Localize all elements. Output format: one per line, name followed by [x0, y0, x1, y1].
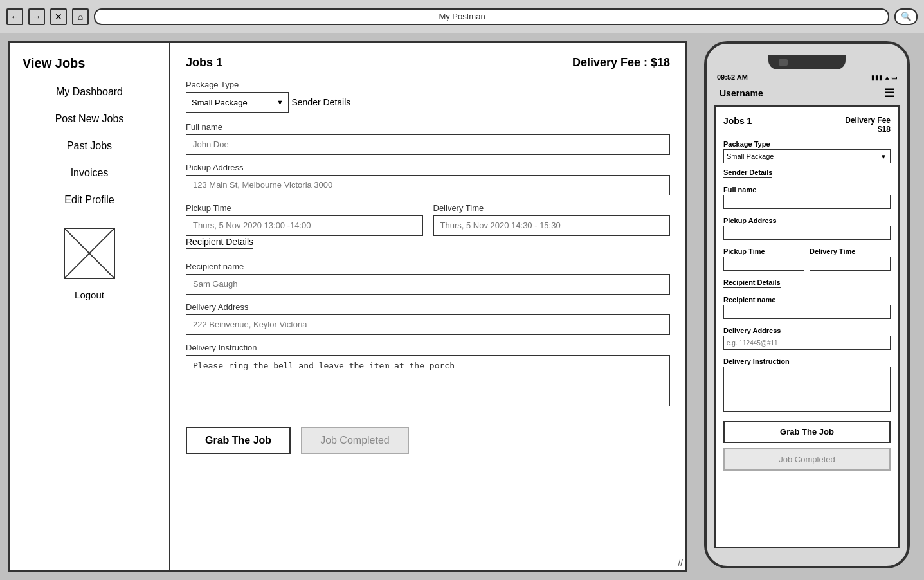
phone-package-type-label: Package Type	[723, 140, 891, 148]
phone-package-type-wrap: Small Package ▼	[723, 149, 891, 163]
avatar-placeholder-icon	[65, 229, 114, 278]
phone-full-name-input[interactable]	[723, 195, 891, 209]
phone-delivery-address-label: Delivery Address	[723, 327, 891, 334]
sidebar-nav: My Dashboard Post New Jobs Past Jobs Inv…	[16, 84, 163, 208]
phone-header: Username ☰	[714, 85, 900, 105]
phone-delivery-time-col: Delivery Time	[810, 242, 891, 273]
content-area: Jobs 1 Delivery Fee : $18 Package Type S…	[170, 43, 685, 570]
phone-time: 09:52 AM	[717, 73, 748, 81]
sidebar-item-edit-profile[interactable]: Edit Profile	[59, 192, 119, 208]
job-completed-button[interactable]: Job Completed	[301, 427, 409, 454]
phone-form-title: Jobs 1	[723, 116, 752, 126]
delivery-instruction-label: Delivery Instruction	[186, 343, 670, 352]
recipient-name-label: Recipient name	[186, 262, 670, 271]
button-row: Grab The Job Job Completed	[186, 427, 670, 460]
content-header: Jobs 1 Delivery Fee : $18	[186, 56, 670, 69]
pickup-time-input[interactable]	[186, 215, 423, 236]
signal-icon: ▮▮▮	[871, 74, 883, 81]
full-name-input[interactable]	[186, 134, 670, 155]
sender-details-label: Sender Details	[291, 97, 350, 109]
sidebar: View Jobs My Dashboard Post New Jobs Pas…	[10, 43, 170, 570]
phone-pickup-address-input[interactable]	[723, 226, 891, 240]
phone-username: Username	[720, 88, 763, 98]
desktop-window: View Jobs My Dashboard Post New Jobs Pas…	[8, 41, 687, 572]
recipient-name-input[interactable]	[186, 274, 670, 295]
sidebar-item-past-jobs[interactable]: Past Jobs	[62, 138, 117, 154]
hamburger-icon[interactable]: ☰	[884, 87, 894, 99]
sidebar-item-dashboard[interactable]: My Dashboard	[51, 84, 128, 100]
phone-delivery-instruction-input[interactable]	[723, 367, 891, 412]
phone-job-completed-button[interactable]: Job Completed	[723, 448, 891, 471]
grab-job-button[interactable]: Grab The Job	[186, 427, 291, 454]
avatar	[64, 228, 115, 279]
full-name-label: Full name	[186, 122, 670, 132]
phone-package-type-select[interactable]: Small Package	[723, 149, 891, 163]
window-content: View Jobs My Dashboard Post New Jobs Pas…	[10, 43, 685, 570]
phone-pickup-time-label: Pickup Time	[723, 248, 804, 255]
pickup-time-label: Pickup Time	[186, 203, 423, 213]
phone-pickup-time-input[interactable]	[723, 257, 804, 271]
phone-delivery-fee: Delivery Fee $18	[845, 116, 891, 134]
phone-screen: Jobs 1 Delivery Fee $18 Package Type Sma…	[714, 105, 900, 548]
pickup-time-col: Pickup Time	[186, 195, 423, 236]
phone-delivery-time-input[interactable]	[810, 257, 891, 271]
pickup-address-label: Pickup Address	[186, 163, 670, 172]
sidebar-item-post-jobs[interactable]: Post New Jobs	[50, 111, 129, 127]
delivery-address-label: Delivery Address	[186, 302, 670, 312]
main-area: View Jobs My Dashboard Post New Jobs Pas…	[0, 33, 924, 580]
phone-status-icons: ▮▮▮ ▴ ▭	[871, 74, 897, 81]
phone-recipient-name-input[interactable]	[723, 305, 891, 319]
wifi-icon: ▴	[885, 74, 889, 81]
forward-button[interactable]: →	[28, 8, 45, 25]
package-type-select[interactable]: Small Package Medium Package Large Packa…	[186, 92, 289, 113]
phone-delivery-instruction-label: Delivery Instruction	[723, 358, 891, 365]
phone-delivery-time-label: Delivery Time	[810, 248, 891, 255]
package-type-select-wrap: Small Package Medium Package Large Packa…	[186, 92, 289, 113]
search-button[interactable]: 🔍	[894, 8, 918, 25]
close-button[interactable]: ✕	[50, 8, 67, 25]
battery-icon: ▭	[891, 74, 897, 81]
delivery-address-input[interactable]	[186, 314, 670, 335]
phone-recipient-name-label: Recipient name	[723, 296, 891, 304]
mobile-phone: 09:52 AM ▮▮▮ ▴ ▭ Username ☰ Jobs 1 Deliv…	[698, 41, 916, 572]
phone-pickup-time-col: Pickup Time	[723, 242, 804, 273]
content-title: Jobs 1	[186, 56, 222, 69]
phone-full-name-label: Full name	[723, 186, 891, 194]
phone-notch	[768, 55, 846, 69]
phone-content-header: Jobs 1 Delivery Fee $18	[723, 116, 891, 134]
browser-title: My Postman	[439, 12, 485, 21]
phone-button-row: Grab The Job Job Completed	[723, 421, 891, 471]
phone-status-bar: 09:52 AM ▮▮▮ ▴ ▭	[714, 73, 900, 85]
sidebar-item-invoices[interactable]: Invoices	[66, 165, 114, 181]
phone-sender-details-label: Sender Details	[723, 168, 772, 178]
time-row: Pickup Time Delivery Time	[186, 195, 670, 236]
delivery-time-input[interactable]	[433, 215, 671, 236]
resize-handle-icon: //	[678, 559, 683, 568]
logout-label[interactable]: Logout	[75, 289, 104, 300]
recipient-details-label: Recipient Details	[186, 237, 253, 249]
delivery-time-label: Delivery Time	[433, 203, 671, 213]
phone-outer: 09:52 AM ▮▮▮ ▴ ▭ Username ☰ Jobs 1 Deliv…	[704, 41, 910, 568]
address-bar[interactable]	[94, 8, 889, 25]
pickup-address-input[interactable]	[186, 175, 670, 195]
package-type-label: Package Type	[186, 80, 670, 89]
delivery-time-col: Delivery Time	[433, 195, 671, 236]
delivery-fee: Delivery Fee : $18	[572, 56, 670, 69]
sidebar-title: View Jobs	[23, 56, 85, 71]
phone-recipient-details-label: Recipient Details	[723, 278, 781, 288]
delivery-instruction-input[interactable]: Please ring the bell and leave the item …	[186, 355, 670, 406]
browser-chrome: ← → ✕ ⌂ My Postman 🔍	[0, 0, 924, 33]
phone-grab-job-button[interactable]: Grab The Job	[723, 421, 891, 443]
phone-time-row: Pickup Time Delivery Time	[723, 242, 891, 273]
back-button[interactable]: ←	[6, 8, 23, 25]
phone-delivery-address-input[interactable]	[723, 336, 891, 350]
home-button[interactable]: ⌂	[72, 8, 89, 25]
phone-pickup-address-label: Pickup Address	[723, 217, 891, 224]
